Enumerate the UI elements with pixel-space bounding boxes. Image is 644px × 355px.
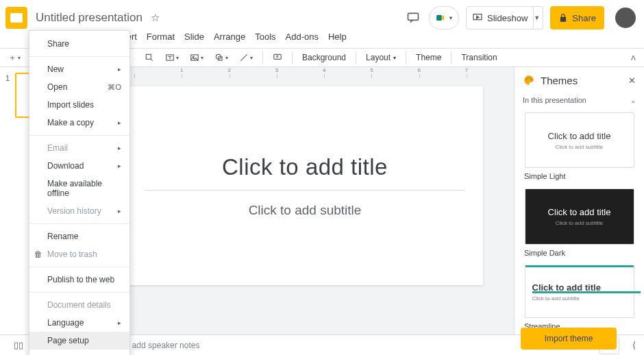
star-icon[interactable]: ☆: [151, 12, 160, 23]
svg-point-11: [528, 77, 529, 79]
filmstrip-view-icon[interactable]: ▯▯: [14, 340, 23, 350]
file-menu-available-offline[interactable]: Make available offline: [29, 175, 129, 202]
background-button[interactable]: Background: [298, 51, 350, 64]
menu-tools[interactable]: Tools: [251, 30, 280, 44]
svg-point-12: [530, 77, 531, 79]
meet-button[interactable]: ▼: [429, 6, 459, 29]
svg-rect-0: [408, 13, 419, 20]
trash-icon: 🗑: [34, 249, 43, 259]
file-menu-import-slides[interactable]: Import slides: [29, 96, 129, 114]
slideshow-button[interactable]: Slideshow: [466, 6, 534, 29]
share-button[interactable]: Share: [550, 6, 604, 29]
title-area: Untitled presentation ☆: [33, 11, 160, 25]
menu-slide[interactable]: Slide: [180, 30, 208, 44]
file-menu-language[interactable]: Language▸: [29, 314, 129, 332]
share-label: Share: [572, 13, 596, 23]
menu-help[interactable]: Help: [324, 30, 351, 44]
file-menu-new[interactable]: New▸: [29, 60, 129, 78]
file-menu-publish[interactable]: Publish to the web: [29, 271, 129, 289]
slideshow-label: Slideshow: [487, 13, 528, 23]
import-theme-button[interactable]: Import theme: [521, 328, 617, 350]
header-right: ▼ Slideshow ▼ Share: [404, 6, 639, 29]
svg-rect-1: [436, 15, 442, 21]
menu-format[interactable]: Format: [143, 30, 179, 44]
theme-card-simple-dark[interactable]: Click to add title Click to add subtitle: [525, 188, 634, 244]
file-menu-page-setup[interactable]: Page setup: [29, 332, 129, 350]
avatar[interactable]: [615, 8, 636, 28]
image-icon[interactable]: ▾: [186, 51, 208, 64]
layout-button[interactable]: Layout▾: [362, 51, 400, 64]
comments-icon[interactable]: [404, 9, 422, 27]
file-menu-version-history[interactable]: Version history▸: [29, 202, 129, 220]
file-menu-rename[interactable]: Rename: [29, 228, 129, 245]
new-slide-button[interactable]: ＋▾: [4, 51, 25, 65]
chevron-down-icon[interactable]: ⌄: [630, 97, 636, 104]
speaker-notes[interactable]: Click to add speaker notes: [96, 341, 595, 350]
file-menu-move-to-trash[interactable]: 🗑Move to trash: [29, 245, 129, 263]
slideshow-dropdown[interactable]: ▼: [531, 6, 543, 29]
menu-addons[interactable]: Add-ons: [282, 30, 323, 44]
slide-subtitle-placeholder[interactable]: Click to add subtitle: [249, 203, 362, 218]
menu-arrange[interactable]: Arrange: [210, 30, 249, 44]
slide-title-placeholder[interactable]: Click to add title: [222, 154, 388, 180]
doc-title[interactable]: Untitled presentation: [33, 10, 145, 25]
thumb-number: 1: [5, 73, 12, 118]
ruler: 1 2 3 4 5 6 7: [96, 67, 514, 78]
file-menu-make-a-copy[interactable]: Make a copy▸: [29, 114, 129, 132]
collapse-toolbar-icon[interactable]: ᐱ: [631, 54, 640, 62]
slide-area: 1 2 3 4 5 6 7 Click to add title Click t…: [96, 67, 514, 336]
file-menu-print-settings[interactable]: Print settings and preview: [29, 350, 129, 355]
transition-button[interactable]: Transition: [457, 51, 501, 64]
file-menu-open[interactable]: Open⌘O: [29, 78, 129, 96]
hide-panel-icon[interactable]: ⟨: [623, 340, 644, 350]
theme-card-streamline[interactable]: Click to add title Click to add subtitle: [525, 265, 634, 318]
svg-point-10: [526, 79, 528, 80]
themes-section-label: In this presentation: [523, 96, 586, 104]
slides-logo[interactable]: [5, 7, 27, 29]
svg-rect-3: [146, 54, 151, 59]
file-menu-document-details[interactable]: Document details: [29, 296, 129, 314]
slide-canvas[interactable]: Click to add title Click to add subtitle: [127, 86, 483, 285]
theme-card-simple-light[interactable]: Click to add title Click to add subtitle: [525, 112, 634, 168]
zoom-icon[interactable]: [140, 51, 158, 64]
file-menu-share[interactable]: Share: [29, 35, 129, 53]
file-menu-email[interactable]: Email▸: [29, 139, 129, 157]
file-menu: Share New▸ Open⌘O Import slides Make a c…: [29, 30, 130, 355]
theme-label: Simple Light: [524, 172, 637, 180]
themes-panel: Themes ✕ In this presentation ⌄ Click to…: [514, 67, 644, 336]
theme-button[interactable]: Theme: [412, 51, 445, 64]
line-icon[interactable]: ▾: [235, 51, 257, 64]
themes-title: Themes: [541, 75, 578, 86]
file-menu-download[interactable]: Download▸: [29, 157, 129, 175]
theme-label: Simple Dark: [524, 249, 637, 257]
shape-icon[interactable]: ▾: [210, 51, 232, 64]
close-icon[interactable]: ✕: [628, 75, 636, 86]
header: Untitled presentation ☆ ▼ Slideshow ▼ Sh…: [0, 0, 644, 33]
comment-icon[interactable]: [269, 51, 286, 64]
svg-point-13: [530, 79, 532, 80]
themes-icon: [523, 74, 535, 86]
textbox-icon[interactable]: ▾: [161, 51, 183, 64]
